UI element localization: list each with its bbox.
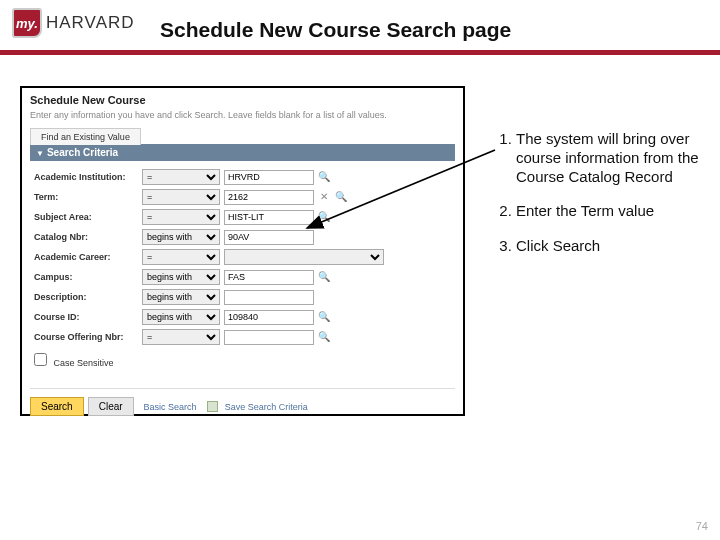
button-row: Search Clear Basic Search Save Search Cr… (30, 388, 455, 416)
note-1: The system will bring over course inform… (516, 130, 700, 186)
page-instruction: Enter any information you have and click… (30, 110, 455, 120)
label-offering: Course Offering Nbr: (34, 332, 142, 342)
logo-badge: my. (12, 8, 42, 38)
input-term[interactable] (224, 190, 314, 205)
link-save-criteria[interactable]: Save Search Criteria (225, 402, 308, 412)
input-offering[interactable] (224, 330, 314, 345)
label-catalog: Catalog Nbr: (34, 232, 142, 242)
save-icon (207, 401, 218, 412)
label-courseid: Course ID: (34, 312, 142, 322)
label-campus: Campus: (34, 272, 142, 282)
label-subject: Subject Area: (34, 212, 142, 222)
row-catalog: Catalog Nbr: begins with (34, 227, 451, 247)
op-catalog[interactable]: begins with (142, 229, 220, 245)
op-career[interactable]: = (142, 249, 220, 265)
clear-icon[interactable]: ✕ (317, 190, 331, 204)
op-offering[interactable]: = (142, 329, 220, 345)
lookup-icon[interactable]: 🔍 (317, 210, 331, 224)
row-term: Term: = ✕ 🔍 (34, 187, 451, 207)
input-catalog[interactable] (224, 230, 314, 245)
row-institution: Academic Institution: = 🔍 (34, 167, 451, 187)
logo: my. HARVARD (12, 8, 135, 38)
note-3: Click Search (516, 237, 700, 256)
input-subject[interactable] (224, 210, 314, 225)
lookup-icon[interactable]: 🔍 (334, 190, 348, 204)
label-institution: Academic Institution: (34, 172, 142, 182)
select-career[interactable] (224, 249, 384, 265)
input-courseid[interactable] (224, 310, 314, 325)
link-basic-search[interactable]: Basic Search (144, 402, 197, 412)
op-institution[interactable]: = (142, 169, 220, 185)
input-description[interactable] (224, 290, 314, 305)
slide-title: Schedule New Course Search page (160, 18, 511, 42)
lookup-icon[interactable]: 🔍 (317, 330, 331, 344)
op-description[interactable]: begins with (142, 289, 220, 305)
screenshot-panel: Schedule New Course Enter any informatio… (20, 86, 465, 416)
op-courseid[interactable]: begins with (142, 309, 220, 325)
clear-button[interactable]: Clear (88, 397, 134, 416)
lookup-icon[interactable]: 🔍 (317, 310, 331, 324)
label-term: Term: (34, 192, 142, 202)
instruction-notes: The system will bring over course inform… (490, 130, 700, 272)
op-subject[interactable]: = (142, 209, 220, 225)
lookup-icon[interactable]: 🔍 (317, 270, 331, 284)
row-description: Description: begins with (34, 287, 451, 307)
row-subject: Subject Area: = 🔍 (34, 207, 451, 227)
op-campus[interactable]: begins with (142, 269, 220, 285)
label-description: Description: (34, 292, 142, 302)
tab-find-existing[interactable]: Find an Existing Value (30, 128, 141, 145)
op-term[interactable]: = (142, 189, 220, 205)
search-button[interactable]: Search (30, 397, 84, 416)
page-title: Schedule New Course (30, 94, 455, 106)
row-campus: Campus: begins with 🔍 (34, 267, 451, 287)
search-criteria-header[interactable]: ▼Search Criteria (30, 144, 455, 161)
label-case-sensitive: Case Sensitive (54, 358, 114, 368)
row-offering: Course Offering Nbr: = 🔍 (34, 327, 451, 347)
checkbox-case-sensitive[interactable] (34, 353, 47, 366)
row-case-sensitive: Case Sensitive (34, 353, 451, 368)
row-courseid: Course ID: begins with 🔍 (34, 307, 451, 327)
header-divider (0, 50, 720, 55)
logo-brand: HARVARD (46, 13, 135, 33)
input-institution[interactable] (224, 170, 314, 185)
label-career: Academic Career: (34, 252, 142, 262)
input-campus[interactable] (224, 270, 314, 285)
collapse-triangle-icon: ▼ (36, 149, 44, 158)
note-2: Enter the Term value (516, 202, 700, 221)
page-number: 74 (696, 520, 708, 532)
lookup-icon[interactable]: 🔍 (317, 170, 331, 184)
row-career: Academic Career: = (34, 247, 451, 267)
